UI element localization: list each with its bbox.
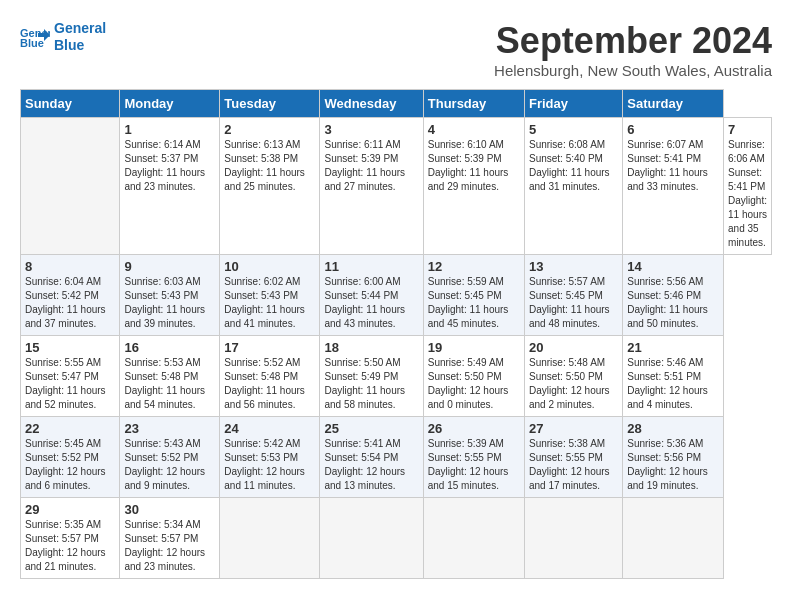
calendar-day-19: 19Sunrise: 5:49 AMSunset: 5:50 PMDayligh… [423, 336, 524, 417]
calendar-day-25: 25Sunrise: 5:41 AMSunset: 5:54 PMDayligh… [320, 417, 423, 498]
day-info: Sunrise: 6:13 AMSunset: 5:38 PMDaylight:… [224, 138, 315, 194]
day-info: Sunrise: 5:35 AMSunset: 5:57 PMDaylight:… [25, 518, 115, 574]
day-info: Sunrise: 5:41 AMSunset: 5:54 PMDaylight:… [324, 437, 418, 493]
calendar-day-4: 4Sunrise: 6:10 AMSunset: 5:39 PMDaylight… [423, 118, 524, 255]
day-number: 11 [324, 259, 418, 274]
calendar-day-5: 5Sunrise: 6:08 AMSunset: 5:40 PMDaylight… [524, 118, 622, 255]
calendar-day-28: 28Sunrise: 5:36 AMSunset: 5:56 PMDayligh… [623, 417, 724, 498]
day-info: Sunrise: 6:04 AMSunset: 5:42 PMDaylight:… [25, 275, 115, 331]
day-number: 9 [124, 259, 215, 274]
day-info: Sunrise: 5:50 AMSunset: 5:49 PMDaylight:… [324, 356, 418, 412]
day-info: Sunrise: 6:14 AMSunset: 5:37 PMDaylight:… [124, 138, 215, 194]
calendar-day-21: 21Sunrise: 5:46 AMSunset: 5:51 PMDayligh… [623, 336, 724, 417]
calendar-day-15: 15Sunrise: 5:55 AMSunset: 5:47 PMDayligh… [21, 336, 120, 417]
weekday-header-saturday: Saturday [623, 90, 724, 118]
day-number: 12 [428, 259, 520, 274]
day-info: Sunrise: 6:07 AMSunset: 5:41 PMDaylight:… [627, 138, 719, 194]
day-info: Sunrise: 5:48 AMSunset: 5:50 PMDaylight:… [529, 356, 618, 412]
calendar-day-7: 7Sunrise: 6:06 AMSunset: 5:41 PMDaylight… [724, 118, 772, 255]
day-number: 22 [25, 421, 115, 436]
day-number: 29 [25, 502, 115, 517]
day-info: Sunrise: 6:11 AMSunset: 5:39 PMDaylight:… [324, 138, 418, 194]
calendar-day-27: 27Sunrise: 5:38 AMSunset: 5:55 PMDayligh… [524, 417, 622, 498]
calendar-week-3: 15Sunrise: 5:55 AMSunset: 5:47 PMDayligh… [21, 336, 772, 417]
calendar-day-empty [320, 498, 423, 579]
day-info: Sunrise: 5:56 AMSunset: 5:46 PMDaylight:… [627, 275, 719, 331]
day-number: 7 [728, 122, 767, 137]
day-info: Sunrise: 5:34 AMSunset: 5:57 PMDaylight:… [124, 518, 215, 574]
calendar-day-16: 16Sunrise: 5:53 AMSunset: 5:48 PMDayligh… [120, 336, 220, 417]
day-info: Sunrise: 5:57 AMSunset: 5:45 PMDaylight:… [529, 275, 618, 331]
day-number: 15 [25, 340, 115, 355]
day-info: Sunrise: 6:08 AMSunset: 5:40 PMDaylight:… [529, 138, 618, 194]
day-number: 19 [428, 340, 520, 355]
calendar-week-1: 1Sunrise: 6:14 AMSunset: 5:37 PMDaylight… [21, 118, 772, 255]
calendar-day-26: 26Sunrise: 5:39 AMSunset: 5:55 PMDayligh… [423, 417, 524, 498]
month-title: September 2024 [494, 20, 772, 62]
day-info: Sunrise: 5:53 AMSunset: 5:48 PMDaylight:… [124, 356, 215, 412]
calendar-day-13: 13Sunrise: 5:57 AMSunset: 5:45 PMDayligh… [524, 255, 622, 336]
calendar-day-20: 20Sunrise: 5:48 AMSunset: 5:50 PMDayligh… [524, 336, 622, 417]
calendar-day-12: 12Sunrise: 5:59 AMSunset: 5:45 PMDayligh… [423, 255, 524, 336]
day-number: 5 [529, 122, 618, 137]
calendar-day-1: 1Sunrise: 6:14 AMSunset: 5:37 PMDaylight… [120, 118, 220, 255]
location-subtitle: Helensburgh, New South Wales, Australia [494, 62, 772, 79]
day-number: 25 [324, 421, 418, 436]
calendar-day-empty [524, 498, 622, 579]
calendar-day-2: 2Sunrise: 6:13 AMSunset: 5:38 PMDaylight… [220, 118, 320, 255]
day-info: Sunrise: 5:42 AMSunset: 5:53 PMDaylight:… [224, 437, 315, 493]
calendar-day-empty [21, 118, 120, 255]
day-info: Sunrise: 5:52 AMSunset: 5:48 PMDaylight:… [224, 356, 315, 412]
calendar-day-14: 14Sunrise: 5:56 AMSunset: 5:46 PMDayligh… [623, 255, 724, 336]
day-info: Sunrise: 6:00 AMSunset: 5:44 PMDaylight:… [324, 275, 418, 331]
day-number: 3 [324, 122, 418, 137]
calendar-day-empty [623, 498, 724, 579]
calendar-week-2: 8Sunrise: 6:04 AMSunset: 5:42 PMDaylight… [21, 255, 772, 336]
calendar-day-22: 22Sunrise: 5:45 AMSunset: 5:52 PMDayligh… [21, 417, 120, 498]
day-number: 13 [529, 259, 618, 274]
svg-text:Blue: Blue [20, 37, 44, 49]
day-number: 24 [224, 421, 315, 436]
calendar-day-24: 24Sunrise: 5:42 AMSunset: 5:53 PMDayligh… [220, 417, 320, 498]
day-info: Sunrise: 5:43 AMSunset: 5:52 PMDaylight:… [124, 437, 215, 493]
calendar-day-18: 18Sunrise: 5:50 AMSunset: 5:49 PMDayligh… [320, 336, 423, 417]
calendar-day-empty [423, 498, 524, 579]
calendar-day-empty [220, 498, 320, 579]
weekday-header-monday: Monday [120, 90, 220, 118]
calendar-week-5: 29Sunrise: 5:35 AMSunset: 5:57 PMDayligh… [21, 498, 772, 579]
day-number: 2 [224, 122, 315, 137]
day-number: 1 [124, 122, 215, 137]
day-number: 30 [124, 502, 215, 517]
day-number: 16 [124, 340, 215, 355]
day-number: 20 [529, 340, 618, 355]
day-number: 27 [529, 421, 618, 436]
day-info: Sunrise: 5:46 AMSunset: 5:51 PMDaylight:… [627, 356, 719, 412]
day-info: Sunrise: 5:36 AMSunset: 5:56 PMDaylight:… [627, 437, 719, 493]
day-info: Sunrise: 5:55 AMSunset: 5:47 PMDaylight:… [25, 356, 115, 412]
weekday-header-wednesday: Wednesday [320, 90, 423, 118]
page-header: General Blue GeneralBlue September 2024 … [20, 20, 772, 79]
day-number: 28 [627, 421, 719, 436]
day-number: 18 [324, 340, 418, 355]
day-number: 21 [627, 340, 719, 355]
day-number: 17 [224, 340, 315, 355]
weekday-header-tuesday: Tuesday [220, 90, 320, 118]
calendar-day-3: 3Sunrise: 6:11 AMSunset: 5:39 PMDaylight… [320, 118, 423, 255]
calendar-table: SundayMondayTuesdayWednesdayThursdayFrid… [20, 89, 772, 579]
weekday-header-row: SundayMondayTuesdayWednesdayThursdayFrid… [21, 90, 772, 118]
calendar-day-29: 29Sunrise: 5:35 AMSunset: 5:57 PMDayligh… [21, 498, 120, 579]
calendar-day-11: 11Sunrise: 6:00 AMSunset: 5:44 PMDayligh… [320, 255, 423, 336]
day-info: Sunrise: 6:02 AMSunset: 5:43 PMDaylight:… [224, 275, 315, 331]
calendar-week-4: 22Sunrise: 5:45 AMSunset: 5:52 PMDayligh… [21, 417, 772, 498]
logo-text: GeneralBlue [54, 20, 106, 54]
calendar-day-9: 9Sunrise: 6:03 AMSunset: 5:43 PMDaylight… [120, 255, 220, 336]
calendar-day-17: 17Sunrise: 5:52 AMSunset: 5:48 PMDayligh… [220, 336, 320, 417]
calendar-day-23: 23Sunrise: 5:43 AMSunset: 5:52 PMDayligh… [120, 417, 220, 498]
weekday-header-friday: Friday [524, 90, 622, 118]
day-number: 4 [428, 122, 520, 137]
logo: General Blue GeneralBlue [20, 20, 106, 54]
calendar-day-10: 10Sunrise: 6:02 AMSunset: 5:43 PMDayligh… [220, 255, 320, 336]
day-info: Sunrise: 6:06 AMSunset: 5:41 PMDaylight:… [728, 138, 767, 250]
day-info: Sunrise: 5:49 AMSunset: 5:50 PMDaylight:… [428, 356, 520, 412]
day-number: 23 [124, 421, 215, 436]
